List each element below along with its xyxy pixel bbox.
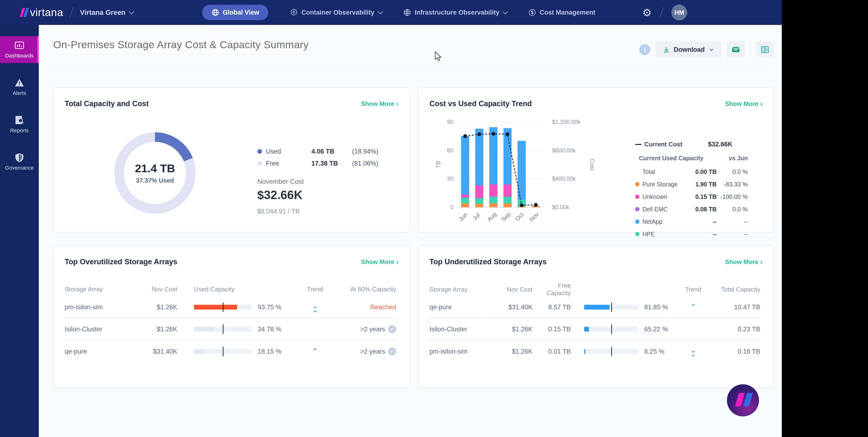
overutilized-table: Storage Array Nov Cost Used Capacity Tre… [65, 282, 396, 363]
total-capacity: 0.16 TB [712, 348, 760, 355]
col-free-capacity: Free Capacity [532, 282, 571, 297]
nav-item-global-view[interactable]: Global View [202, 5, 269, 20]
table-row[interactable]: qe-pure $31.40K 18.15 % ⌃ >2 years✓ [65, 340, 396, 363]
show-more-link[interactable]: Show More› [361, 258, 399, 266]
nov-cost: $1.26K [146, 325, 177, 333]
virtana-logo-icon [21, 8, 28, 17]
info-icon[interactable]: i [639, 44, 650, 55]
trend-legend: Current Cost $32.66K Current Used Capaci… [635, 141, 748, 240]
nov-cost: $1.26K [146, 304, 177, 311]
storage-array-name: Isilon-Cluster [429, 325, 501, 333]
trend-double-down-icon: ⌄⌄ [690, 348, 696, 356]
trend-legend-rows: Total 0.00 TB 0.0 % Pure Storage 1.90 TB… [635, 165, 748, 240]
total-capacity: 10.47 TB [712, 304, 760, 311]
table-row[interactable]: Isilon-Cluster $1.26K 34.78 % >2 years✓ [65, 318, 396, 340]
nav-menu: Global View Container Observability Infr… [202, 5, 595, 20]
vendor-capacity: 0.15 TB [688, 193, 717, 200]
vendor-vs-jun: 0.0 % [733, 168, 748, 176]
table-row[interactable]: pm-isilon-sim $1.26K 0.01 TB 6.25 % ⌄⌄ 0… [429, 340, 760, 363]
vendor-capacity: 1.90 TB [688, 181, 717, 188]
donut-legend-row: Free 17.38 TB (81.06%) [257, 157, 378, 169]
show-more-link[interactable]: Show More› [725, 100, 763, 108]
sidebar-item-dashboards[interactable]: Dashboards [0, 36, 39, 63]
trend-up-icon: ⌃ [690, 305, 696, 309]
vendor-vs-jun: -- [744, 231, 748, 238]
virtana-logo[interactable]: virtana [21, 6, 63, 19]
workspace-name: Virtana Green [80, 9, 125, 17]
nav-item-container-observability[interactable]: Container Observability [290, 5, 381, 20]
sidebar-item-alerts[interactable]: Alerts [0, 73, 39, 100]
header-vs-jun: vs Jun [729, 155, 748, 162]
chevron-right-icon: › [396, 258, 399, 266]
download-button[interactable]: Download [656, 42, 721, 58]
layout-panel-button[interactable] [756, 42, 774, 58]
capacity-bar [194, 327, 251, 332]
sidebar-item-reports[interactable]: Reports [0, 111, 39, 138]
chevron-down-icon [503, 9, 508, 14]
vendor-capacity: 0.00 TB [688, 168, 717, 176]
trend-double-down-icon: ⌄⌄ [312, 304, 318, 312]
sidebar-item-label: Governance [5, 165, 34, 171]
cost-management-icon [528, 8, 536, 17]
brand-name: virtana [30, 6, 63, 19]
nav-divider [659, 7, 664, 18]
sidebar: Dashboards Alerts Reports Governance [0, 25, 39, 437]
nav-item-label: Infrastructure Observability [414, 9, 499, 16]
vendor-capacity: -- [688, 231, 717, 238]
free-percent: 81.85 % [638, 304, 674, 311]
sidebar-item-label: Alerts [13, 90, 26, 96]
table-row[interactable]: Isilon-Cluster $1.26K 0.15 TB 65.22 % 0.… [429, 318, 760, 340]
nav-item-cost-management[interactable]: Cost Management [528, 5, 595, 20]
current-cost-label: Current Cost [644, 141, 692, 148]
top-nav-right: ⚙ HM [642, 0, 687, 25]
chevron-down-icon [377, 9, 383, 14]
open-book-icon [761, 45, 770, 54]
table-row[interactable]: pm-isilon-sim $1.26K 93.75 % ⌄⌄ Reached [65, 296, 396, 318]
vendor-capacity: -- [688, 218, 717, 225]
trend-cell: ⌃ [674, 304, 712, 311]
capacity-bar [584, 305, 638, 310]
underutilized-table: Storage Array Nov Cost Free Capacity Tre… [429, 282, 760, 363]
virtana-assistant-logo[interactable] [727, 384, 759, 416]
infrastructure-observability-icon [403, 8, 411, 17]
nav-item-label: Container Observability [301, 9, 374, 16]
settings-gear-icon[interactable]: ⚙ [642, 6, 652, 19]
cost-per-tb: $8,044.91 / TB [257, 208, 300, 215]
download-icon [663, 46, 670, 53]
chevron-down-icon [709, 47, 714, 53]
table-row[interactable]: qe-pure $31.40K 8.57 TB 81.85 % ⌃ 10.47 … [429, 296, 760, 318]
chevron-right-icon: › [396, 100, 399, 108]
col-storage-array: Storage Array [429, 286, 501, 293]
capacity-bar [194, 305, 251, 310]
container-observability-icon [290, 8, 298, 17]
user-avatar[interactable]: HM [671, 5, 687, 20]
trend-legend-row: Dell EMC 0.08 TB 0.0 % [635, 203, 748, 215]
capacity-bar [584, 349, 638, 354]
free-capacity: 0.01 TB [532, 348, 571, 355]
workspace-selector[interactable]: Virtana Green [80, 9, 133, 17]
free-capacity: 0.15 TB [532, 325, 571, 333]
nav-item-label: Global View [223, 9, 259, 16]
col-storage-array: Storage Array [65, 286, 146, 293]
used-percent: 18.15 % [251, 348, 292, 355]
show-more-link[interactable]: Show More› [725, 258, 763, 266]
sidebar-item-governance[interactable]: Governance [0, 148, 39, 175]
threshold-marker [223, 347, 223, 356]
trend-cell: ⌄⌄ [292, 303, 338, 312]
at-80-capacity: >2 years✓ [338, 347, 396, 355]
at-80-capacity: >2 years✓ [338, 325, 396, 333]
globe-icon [211, 8, 219, 17]
vendor-name: Pure Storage [642, 181, 688, 188]
legend-label: Free [266, 160, 311, 167]
capacity-donut-chart: 21.4 TB 37.37% Used [114, 132, 196, 214]
nav-item-infrastructure-observability[interactable]: Infrastructure Observability [403, 5, 506, 20]
show-more-link[interactable]: Show More› [361, 100, 399, 108]
vendor-vs-jun: -- [744, 218, 748, 225]
card-top-overutilized: Top Overutilized Storage Arrays Show Mor… [53, 246, 410, 388]
nov-cost: $31.40K [146, 348, 177, 355]
trend-legend-row: Total 0.00 TB 0.0 % [635, 165, 748, 178]
email-report-button[interactable] [727, 42, 745, 58]
chevron-right-icon: › [760, 100, 763, 108]
reports-icon [14, 115, 25, 126]
threshold-marker [223, 302, 223, 312]
